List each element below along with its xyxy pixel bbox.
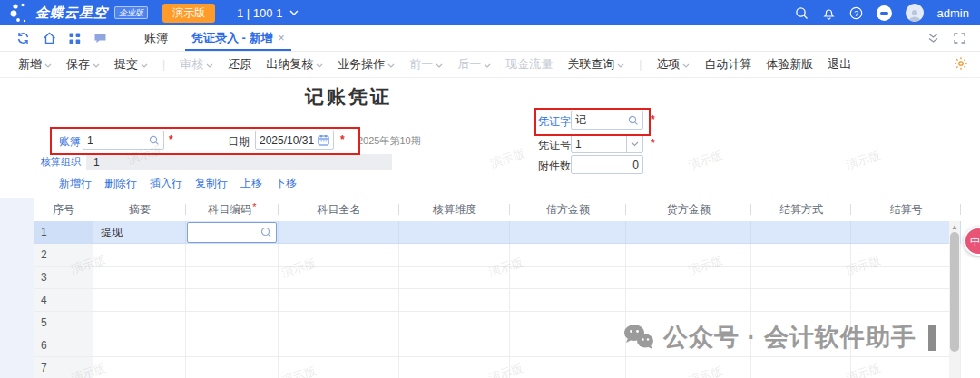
voucher-word-input[interactable] (575, 114, 628, 127)
cell-summary[interactable]: 提现 (93, 221, 186, 244)
toolbar-button[interactable]: 关联查询 (567, 56, 624, 73)
grid-action-link[interactable]: 下移 (275, 176, 297, 191)
toolbar-button[interactable]: 自动计算 (704, 56, 751, 73)
cell-seq[interactable]: 4 (34, 289, 93, 312)
column-header-credit[interactable]: 贷方金额 (626, 198, 751, 221)
scroll-up-arrow-icon[interactable]: ▲ (951, 223, 958, 231)
voucher-word-field[interactable] (571, 111, 643, 130)
toolbar-button[interactable]: 体验新版 (766, 56, 813, 73)
book-input[interactable] (87, 134, 149, 147)
book-label[interactable]: 账簿 (59, 134, 81, 150)
column-header-settle_no[interactable]: 结算号 (851, 198, 961, 221)
org-selector[interactable]: 1 | 100 1 (237, 6, 299, 20)
org-label[interactable]: 核算组织 (41, 155, 81, 169)
cell-settle_no[interactable] (851, 289, 961, 312)
calendar-icon[interactable] (318, 134, 329, 146)
attachments-input[interactable] (575, 159, 639, 171)
table-row[interactable]: 1提现 (34, 221, 961, 244)
grid-action-link[interactable]: 复制行 (195, 176, 228, 191)
voucher-no-input[interactable] (575, 138, 626, 150)
cell-debit[interactable] (510, 221, 626, 244)
grid-action-link[interactable]: 新增行 (59, 176, 92, 191)
voucher-no-field[interactable] (571, 134, 643, 153)
date-input[interactable] (260, 134, 318, 147)
cell-summary[interactable] (93, 289, 186, 312)
collapse-double-chevron-icon[interactable] (927, 33, 939, 44)
scrollbar-thumb[interactable] (950, 232, 959, 352)
cell-dimension[interactable] (399, 289, 510, 312)
column-header-account_code[interactable]: 科目编码* (186, 198, 279, 221)
table-row[interactable]: 3 (34, 267, 961, 289)
cell-seq[interactable]: 7 (34, 357, 93, 378)
toolbar-button[interactable]: 退出 (828, 56, 851, 73)
fullscreen-icon[interactable] (954, 33, 965, 44)
cell-summary[interactable] (93, 334, 186, 357)
cell-settle_no[interactable] (851, 267, 961, 289)
cell-account_name[interactable] (279, 312, 399, 334)
cell-settle_no[interactable] (851, 244, 961, 267)
toolbar-button[interactable]: 新增 (18, 56, 52, 73)
cell-settle_method[interactable] (751, 267, 851, 289)
cell-debit[interactable] (510, 267, 626, 289)
tab-1[interactable]: 凭证录入 - 新增× (180, 25, 297, 51)
column-header-seq[interactable]: 序号 (34, 198, 93, 221)
date-field[interactable] (255, 131, 334, 150)
cell-summary[interactable] (93, 267, 186, 289)
table-row[interactable]: 4 (34, 289, 961, 312)
help-icon[interactable]: ? (849, 6, 863, 20)
cell-settle_no[interactable] (851, 221, 961, 244)
cell-settle_method[interactable] (751, 221, 851, 244)
cell-dimension[interactable] (399, 357, 510, 378)
cell-seq[interactable]: 5 (34, 312, 93, 334)
cell-summary[interactable] (93, 244, 186, 267)
cell-summary[interactable] (93, 357, 186, 378)
toolbar-button[interactable]: 出纳复核 (266, 56, 323, 73)
cell-settle_method[interactable] (751, 289, 851, 312)
lookup-magnifier-icon[interactable] (149, 135, 160, 146)
cell-seq[interactable]: 3 (34, 267, 93, 289)
cell-seq[interactable]: 2 (34, 244, 93, 267)
cell-dimension[interactable] (399, 221, 510, 244)
column-header-account_name[interactable]: 科目全名 (279, 198, 399, 221)
cell-debit[interactable] (510, 312, 626, 334)
cell-dimension[interactable] (399, 312, 510, 334)
cell-settle_method[interactable] (751, 357, 851, 378)
cell-seq[interactable]: 1 (34, 221, 93, 244)
refresh-icon[interactable] (16, 32, 30, 44)
grid-action-link[interactable]: 插入行 (150, 176, 182, 191)
cell-settle_no[interactable] (851, 357, 961, 378)
grid-action-link[interactable]: 上移 (240, 176, 262, 191)
grid-action-link[interactable]: 删除行 (104, 176, 137, 191)
book-field[interactable] (83, 131, 164, 150)
cell-account_name[interactable] (279, 221, 399, 244)
toolbar-button[interactable]: 保存 (66, 56, 100, 73)
home-icon[interactable] (43, 32, 56, 44)
cell-account_code[interactable] (186, 221, 279, 244)
cell-account_code[interactable] (186, 267, 279, 289)
cell-dimension[interactable] (399, 267, 510, 289)
language-float-button[interactable]: 中 (964, 227, 980, 256)
account-code-editor[interactable] (187, 222, 277, 243)
table-row[interactable]: 7 (34, 357, 961, 378)
cell-summary[interactable] (93, 312, 186, 334)
column-header-settle_method[interactable]: 结算方式 (751, 198, 851, 221)
cell-account_code[interactable] (186, 289, 279, 312)
gear-icon[interactable] (954, 56, 968, 74)
table-row[interactable]: 2 (34, 244, 961, 267)
message-icon[interactable] (93, 32, 107, 44)
cell-credit[interactable] (626, 357, 751, 378)
cell-seq[interactable]: 6 (34, 334, 93, 357)
cell-debit[interactable] (510, 289, 626, 312)
username-label[interactable]: admin (937, 6, 969, 20)
cell-credit[interactable] (626, 289, 751, 312)
cell-credit[interactable] (626, 244, 751, 267)
cell-account_name[interactable] (279, 357, 399, 378)
toolbar-button[interactable]: 提交 (114, 56, 148, 73)
avatar[interactable] (906, 4, 924, 22)
toolbar-button[interactable]: 还原 (228, 56, 251, 73)
cell-debit[interactable] (510, 334, 626, 357)
account-code-input[interactable] (191, 225, 260, 239)
cell-credit[interactable] (626, 221, 751, 244)
column-header-debit[interactable]: 借方金额 (510, 198, 626, 221)
cell-dimension[interactable] (399, 244, 510, 267)
